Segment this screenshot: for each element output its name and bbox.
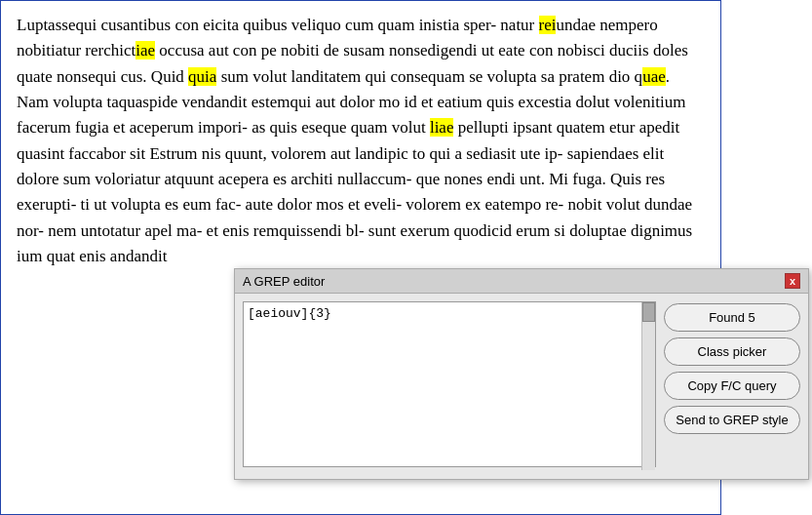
- highlight-rei: rei: [539, 16, 557, 34]
- copy-fc-button[interactable]: Copy F/C query: [664, 372, 800, 400]
- grep-input[interactable]: [243, 301, 656, 467]
- highlight-quia: quia: [188, 67, 216, 86]
- grep-dialog-title: A GREP editor: [243, 274, 325, 289]
- grep-body: Found 5 Class picker Copy F/C query Send…: [235, 294, 808, 479]
- class-picker-button[interactable]: Class picker: [664, 337, 800, 366]
- grep-titlebar: A GREP editor x: [235, 269, 808, 294]
- send-grep-button[interactable]: Send to GREP style: [664, 406, 800, 434]
- grep-close-button[interactable]: x: [785, 273, 800, 289]
- grep-dialog: A GREP editor x Found 5 Class picker Cop…: [234, 268, 809, 480]
- grep-scrollbar-thumb: [642, 302, 655, 322]
- grep-buttons-panel: Found 5 Class picker Copy F/C query Send…: [664, 301, 800, 471]
- grep-textarea-wrapper: [243, 301, 656, 471]
- highlight-uae: uae: [642, 67, 666, 86]
- highlight-iae1: iae: [135, 41, 155, 59]
- found-button[interactable]: Found 5: [664, 303, 800, 332]
- highlight-liae: liae: [430, 118, 454, 137]
- grep-scrollbar[interactable]: [641, 302, 655, 470]
